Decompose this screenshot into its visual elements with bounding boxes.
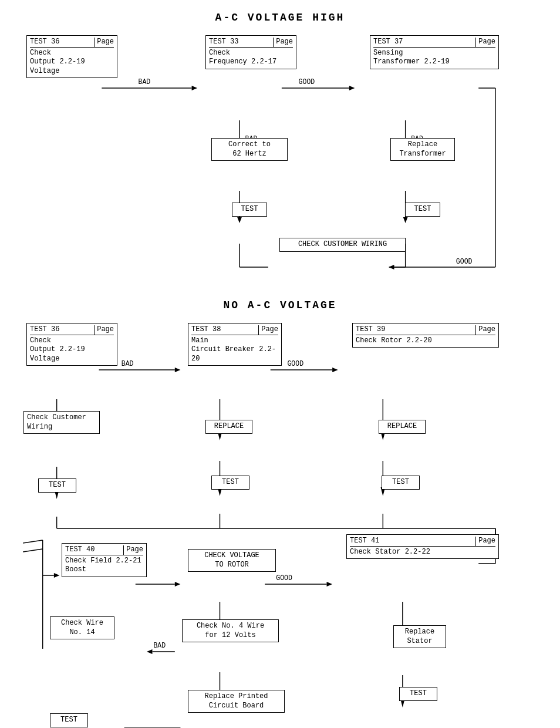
- svg-marker-15: [403, 217, 408, 223]
- svg-line-52: [23, 549, 43, 552]
- svg-text:BAD: BAD: [153, 642, 166, 650]
- box-test-g: TEST: [50, 713, 88, 727]
- svg-text:GOOD: GOOD: [276, 574, 292, 582]
- svg-text:GOOD: GOOD: [287, 360, 303, 368]
- box-check-wire4: Check No. 4 Wire for 12 Volts: [182, 619, 279, 642]
- no-ac-arrows: BAD GOOD GOOD BAD BAD: [12, 320, 548, 728]
- section-ac-high: A-C VOLTAGE HIGH BAD GOOD BAD BAD: [12, 12, 548, 282]
- box-correct-hertz: Correct to 62 Hertz: [211, 138, 288, 161]
- title-no-ac: NO A-C VOLTAGE: [12, 299, 548, 311]
- box-test36-noac: TEST 36 Page Check Output 2.2-19 Voltage: [26, 323, 117, 366]
- svg-text:GOOD: GOOD: [456, 258, 473, 266]
- svg-text:BAD: BAD: [122, 360, 134, 368]
- box-test39-noac: TEST 39 Page Check Rotor 2.2-20: [352, 323, 499, 348]
- box-replace-stator: Replace Stator: [393, 625, 446, 648]
- box-replace2-noac: REPLACE: [379, 420, 426, 434]
- box-test33-ac: TEST 33 Page Check Frequency 2.2-17: [205, 35, 296, 69]
- box-test38-noac: TEST 38 Page Main Circuit Breaker 2.2-20: [188, 323, 282, 366]
- svg-text:BAD: BAD: [139, 78, 151, 86]
- svg-marker-1: [192, 86, 198, 90]
- svg-line-51: [23, 540, 43, 543]
- box-replace1-noac: REPLACE: [205, 420, 252, 434]
- page: A-C VOLTAGE HIGH BAD GOOD BAD BAD: [0, 0, 560, 728]
- svg-marker-55: [175, 582, 181, 587]
- svg-marker-26: [175, 368, 181, 372]
- svg-marker-29: [332, 368, 338, 372]
- box-check-customer-wiring-ac: CHECK CUSTOMER WIRING: [279, 238, 406, 252]
- box-test37-ac: TEST 37 Page Sensing Transformer 2.2-19: [370, 35, 499, 69]
- svg-marker-4: [349, 86, 355, 90]
- box-replace-pcb: Replace Printed Circuit Board: [188, 690, 285, 713]
- svg-marker-10: [237, 217, 242, 223]
- box-check-customer-wiring-noac: Check Customer Wiring: [23, 411, 100, 434]
- svg-marker-80: [54, 573, 60, 578]
- box-test-c: TEST: [38, 478, 76, 493]
- box-check-voltage-rotor: CHECK VOLTAGE TO ROTOR: [188, 549, 276, 572]
- box-test-b: TEST: [405, 203, 440, 217]
- svg-marker-65: [147, 649, 153, 654]
- svg-marker-19: [389, 265, 394, 269]
- box-test41-noac: TEST 41 Page Check Stator 2.2-22: [346, 534, 499, 559]
- box-replace-transformer: Replace Transformer: [390, 138, 455, 161]
- svg-text:GOOD: GOOD: [299, 78, 315, 86]
- section-no-ac: NO A-C VOLTAGE BAD GOOD GOOD BAD: [12, 299, 548, 728]
- box-check-wire14: Check Wire No. 14: [50, 616, 114, 639]
- box-test40-noac: TEST 40 Page Check Field 2.2-21 Boost: [62, 543, 147, 577]
- box-test36-ac: TEST 36 Page Check Output 2.2-19 Voltage: [26, 35, 117, 78]
- box-test-a: TEST: [232, 203, 267, 217]
- box-test-d: TEST: [211, 476, 249, 490]
- svg-marker-57: [327, 582, 333, 587]
- title-ac-high: A-C VOLTAGE HIGH: [12, 12, 548, 23]
- box-test-e: TEST: [382, 476, 420, 490]
- box-test-f: TEST: [399, 687, 437, 701]
